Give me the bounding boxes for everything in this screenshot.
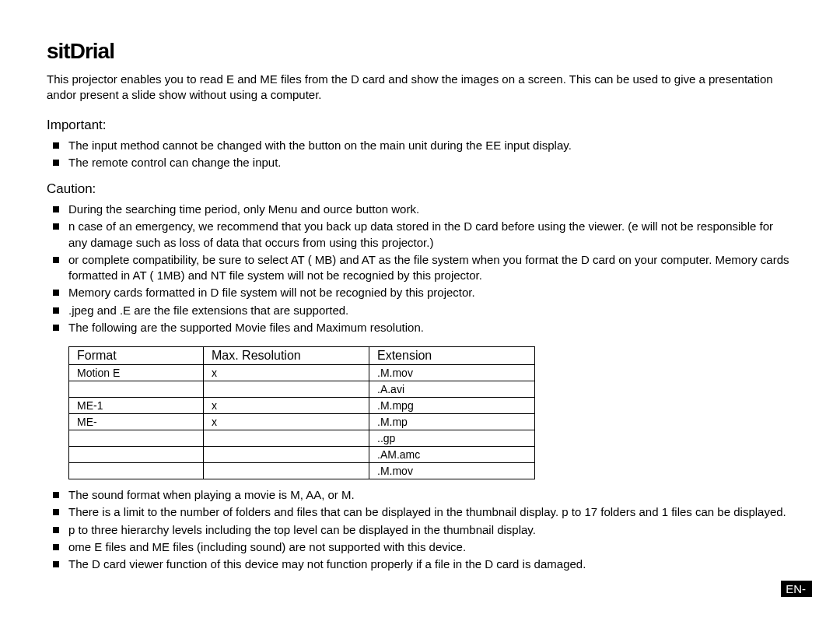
cell-format: [69, 447, 204, 463]
list-item: n case of an emergency, we recommend tha…: [68, 219, 793, 251]
table-row: .M.mov: [69, 463, 535, 479]
cell-format: Motion E: [69, 365, 204, 381]
document-page: sitDrial This projector enables you to r…: [0, 0, 840, 625]
page-number-badge: EN-: [781, 581, 812, 597]
cell-res: x: [204, 398, 369, 414]
table-row: .AM.amc: [69, 447, 535, 463]
cell-res: [204, 430, 369, 447]
list-item: Memory cards formatted in D file system …: [68, 285, 793, 300]
cell-res: [204, 463, 369, 479]
th-format: Format: [69, 347, 204, 365]
important-heading: Important:: [47, 118, 793, 133]
cell-ext: .M.mp: [369, 414, 535, 430]
format-table: Format Max. Resolution Extension Motion …: [68, 346, 535, 479]
list-item: or complete compatibility, be sure to se…: [68, 252, 793, 284]
th-resolution: Max. Resolution: [204, 347, 369, 365]
page-title: sitDrial: [47, 39, 793, 64]
list-item: .jpeg and .E are the file extensions tha…: [68, 303, 793, 318]
cell-ext: .M.mov: [369, 365, 535, 381]
list-item: The remote control can change the input.: [68, 155, 793, 170]
th-extension: Extension: [369, 347, 535, 365]
cell-ext: .M.mpg: [369, 398, 535, 414]
cell-format: ME-1: [69, 398, 204, 414]
list-item: The D card viewer function of this devic…: [68, 557, 793, 572]
table-row: ..gp: [69, 430, 535, 447]
list-item: The input method cannot be changed with …: [68, 138, 793, 153]
table-header-row: Format Max. Resolution Extension: [69, 347, 535, 365]
cell-ext: .AM.amc: [369, 447, 535, 463]
cell-res: [204, 381, 369, 398]
cell-format: ME-: [69, 414, 204, 430]
table-row: ME-1 x .M.mpg: [69, 398, 535, 414]
caution-list-b: The sound format when playing a movie is…: [47, 487, 793, 572]
list-item: ome E files and ME files (including soun…: [68, 539, 793, 555]
cell-ext: .M.mov: [369, 463, 535, 479]
cell-res: x: [204, 414, 369, 430]
cell-ext: ..gp: [369, 430, 535, 447]
caution-list-a: During the searching time period, only M…: [47, 202, 793, 335]
cell-format: [69, 430, 204, 447]
cell-format: [69, 381, 204, 398]
list-item: There is a limit to the number of folder…: [68, 504, 793, 520]
list-item: The following are the supported Movie fi…: [68, 320, 793, 335]
cell-ext: .A.avi: [369, 381, 535, 398]
caution-heading: Caution:: [47, 181, 793, 197]
important-list: The input method cannot be changed with …: [47, 138, 793, 171]
list-item: The sound format when playing a movie is…: [68, 487, 793, 503]
table-row: .A.avi: [69, 381, 535, 398]
cell-res: x: [204, 365, 369, 381]
list-item: p to three hierarchy levels including th…: [68, 522, 793, 538]
cell-res: [204, 447, 369, 463]
table-row: Motion E x .M.mov: [69, 365, 535, 381]
table-row: ME- x .M.mp: [69, 414, 535, 430]
intro-paragraph: This projector enables you to read E and…: [47, 72, 793, 104]
cell-format: [69, 463, 204, 479]
list-item: During the searching time period, only M…: [68, 202, 793, 217]
